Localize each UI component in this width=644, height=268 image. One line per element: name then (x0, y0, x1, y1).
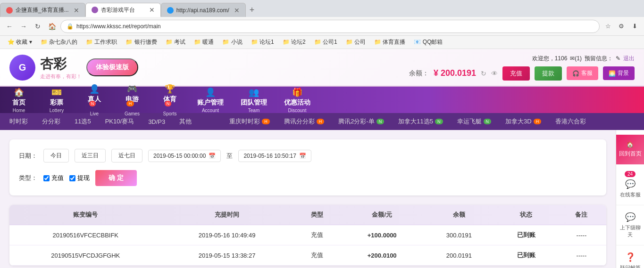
new-tab-button[interactable]: + (246, 5, 259, 15)
charge-button[interactable]: 充值 (502, 66, 530, 81)
nav-item-live[interactable]: 👤 真人 N Live (75, 87, 113, 113)
nav-item-home[interactable]: 🏠 首页 Home (0, 87, 38, 113)
tab-close-2[interactable]: ✕ (149, 6, 155, 14)
logout-link[interactable]: 退出 (623, 55, 635, 63)
service-icon: 🎧 (572, 70, 579, 77)
hide-balance-icon[interactable]: 👁 (491, 70, 498, 77)
seven-days-button[interactable]: 近七日 (111, 149, 142, 162)
subnav-tencent2[interactable]: 腾讯2分彩-单 N (338, 117, 384, 126)
bookmark-forum1[interactable]: 📁 论坛1 (247, 37, 278, 47)
query-panel: 日期： 今日 近三日 近七日 2019-05-15 00:00:00 📅 至 2… (9, 139, 606, 195)
subnav-canada11[interactable]: 加拿大11选5 N (398, 117, 443, 126)
games-nav-icon: 🎮 (127, 84, 137, 94)
tab-1[interactable]: 企鹽直播_体育直播... ✕ (0, 3, 85, 17)
checkbox-charge-label[interactable]: 充值 (43, 174, 64, 182)
tab-favicon-2 (92, 7, 98, 13)
withdraw-button[interactable]: 提款 (535, 66, 562, 81)
bookmark-forum2[interactable]: 📁 论坛2 (279, 37, 309, 47)
nav-label-home: 首页 (12, 98, 25, 107)
subnav-pk10[interactable]: PK10/赛马 (105, 117, 134, 126)
team-nav-icon: 👥 (249, 87, 259, 97)
bookmark-bank[interactable]: 📁 银行缴费 (122, 37, 160, 47)
bookmark-exam[interactable]: 📁 考试 (162, 37, 189, 47)
balance-amount: ¥ 200.0191 (434, 68, 476, 78)
subnav-other[interactable]: 其他 (179, 117, 192, 126)
sidebar-online-service[interactable]: 24 💬 在线客服 (616, 164, 644, 205)
date-from-input[interactable]: 2019-05-15 00:00:00 📅 (148, 150, 221, 162)
address-bar[interactable]: 🔒 https://www.kkssc.net/report/main (60, 20, 600, 33)
lottery-nav-icon: 🎫 (51, 87, 62, 97)
tab-title-1: 企鹽直播_体育直播... (16, 6, 69, 14)
main-nav: 🏠 首页 Home 🎫 彩票 Lottery 👤 真人 N Live 🎮 电游 … (0, 87, 644, 113)
home-button[interactable]: 🏠 (46, 21, 58, 32)
background-button[interactable]: 🌅 背景 (603, 66, 635, 80)
balance-symbol: ¥ (434, 68, 438, 78)
return-home-button[interactable]: 🏠 回到首页 (616, 135, 644, 164)
nav-item-team[interactable]: 👥 团队管理 Team (232, 87, 276, 113)
confirm-button[interactable]: 确 定 (95, 170, 137, 186)
download-icon[interactable]: ⬇ (629, 21, 640, 32)
subnav-fenfen[interactable]: 分分彩 (42, 117, 60, 126)
bookmark-jobs[interactable]: 📁 工作求职 (82, 37, 121, 47)
sidebar-chat[interactable]: 💬 上下级聊天 (616, 205, 644, 245)
subnav-cq[interactable]: 重庆时时彩 H (229, 117, 270, 126)
tab-close-1[interactable]: ✕ (74, 7, 79, 14)
sidebar-service-label: 在线客服 (620, 191, 641, 198)
bookmark-favorites[interactable]: ⭐ 收藏 ▾ (4, 37, 36, 47)
nav-item-discount[interactable]: 🎁 优惠活动 Discount (276, 87, 319, 113)
bookmark-qq[interactable]: 📧 QQ邮箱 (410, 37, 446, 47)
message-badge[interactable]: ✉(1) (570, 55, 582, 62)
date-to-input[interactable]: 2019-05-16 10:50:17 📅 (238, 150, 311, 162)
subnav-shishi[interactable]: 时时彩 (9, 117, 28, 126)
settings-icon[interactable]: ⚙ (616, 21, 627, 32)
subnav-3d[interactable]: 3D/P3 (148, 118, 165, 125)
welcome-text: 欢迎您，1106 (532, 55, 568, 63)
checkbox-withdraw[interactable] (69, 175, 75, 181)
subnav-hklottery[interactable]: 香港六合彩 (555, 117, 586, 126)
speed-version-button[interactable]: 体验极速版 (86, 58, 138, 76)
col-header-amount: 金额/元 (342, 205, 422, 225)
nav-item-account[interactable]: 👤 账户管理 Account (189, 87, 232, 113)
subnav-11x5[interactable]: 11选5 (75, 117, 91, 126)
row2-time: 2019-05-15 13:38:27 (162, 245, 293, 266)
nav-sub-discount: Discount (288, 108, 307, 113)
tab-title-2: 杏彩游戏平台 (101, 6, 144, 14)
checkbox-charge[interactable] (43, 175, 50, 181)
bookmark-novel[interactable]: 📁 小说 (218, 37, 246, 47)
service-button[interactable]: 🎧 客服 (567, 66, 598, 80)
three-days-button[interactable]: 近三日 (75, 149, 106, 162)
refresh-button[interactable]: ↻ (32, 21, 43, 32)
main-content: 日期： 今日 近三日 近七日 2019-05-15 00:00:00 📅 至 2… (0, 130, 616, 268)
subnav-tencent[interactable]: 腾讯分分彩 H (284, 117, 325, 126)
bookmark-hvac[interactable]: 📁 暖通 (190, 37, 217, 47)
site-header: G 杏彩 走进有奉，有彩！ 体验极速版 欢迎您，1106 ✉(1) 预留信息： … (0, 49, 644, 87)
star-icon[interactable]: ☆ (602, 21, 614, 32)
tab-3[interactable]: http://api.na189.com/ ✕ (161, 3, 246, 17)
subnav-canada3d[interactable]: 加拿大3D H (505, 117, 541, 126)
today-button[interactable]: 今日 (43, 149, 69, 162)
sidebar-faq[interactable]: ❓ 疑问解答 (616, 245, 644, 268)
right-sidebar: 🏠 回到首页 24 💬 在线客服 💬 上下级聊天 ❓ 疑问解答 🔊 声音控制 (616, 130, 644, 268)
nav-item-games[interactable]: 🎮 电游 H Games (113, 87, 151, 113)
tab-close-3[interactable]: ✕ (234, 7, 240, 14)
tab-2[interactable]: 杏彩游戏平台 ✕ (85, 3, 161, 17)
games-badge: H (126, 101, 134, 106)
bookmark-company[interactable]: 📁 公司 (342, 37, 369, 47)
refresh-balance-icon[interactable]: ↻ (481, 70, 486, 77)
nav-label-discount: 优惠活动 (284, 98, 310, 107)
bookmark-sports[interactable]: 📁 体育直播 (370, 37, 409, 47)
nav-sub-games: Games (125, 111, 140, 116)
bookmark-misc[interactable]: 📁 杂七杂八的 (37, 37, 81, 47)
logo-text-area: 杏彩 走进有奉，有彩！ (40, 55, 82, 80)
forward-button[interactable]: → (18, 21, 29, 32)
nav-item-sports[interactable]: 🏆 体育 N Sports (151, 87, 189, 113)
balance-value: 200.0191 (441, 68, 476, 78)
bookmark-company1[interactable]: 📁 公司1 (310, 37, 341, 47)
logo-circle: G (9, 55, 35, 81)
table-header-row: 账变编号 充提时间 类型 金额/元 余额 状态 备注 (9, 205, 606, 225)
subnav-lucky[interactable]: 幸运飞艇 N (457, 117, 492, 126)
nav-item-lottery[interactable]: 🎫 彩票 Lottery (38, 87, 75, 113)
back-button[interactable]: ← (4, 21, 15, 32)
checkbox-withdraw-label[interactable]: 提现 (69, 174, 90, 182)
discount-nav-icon: 🎁 (292, 87, 302, 97)
